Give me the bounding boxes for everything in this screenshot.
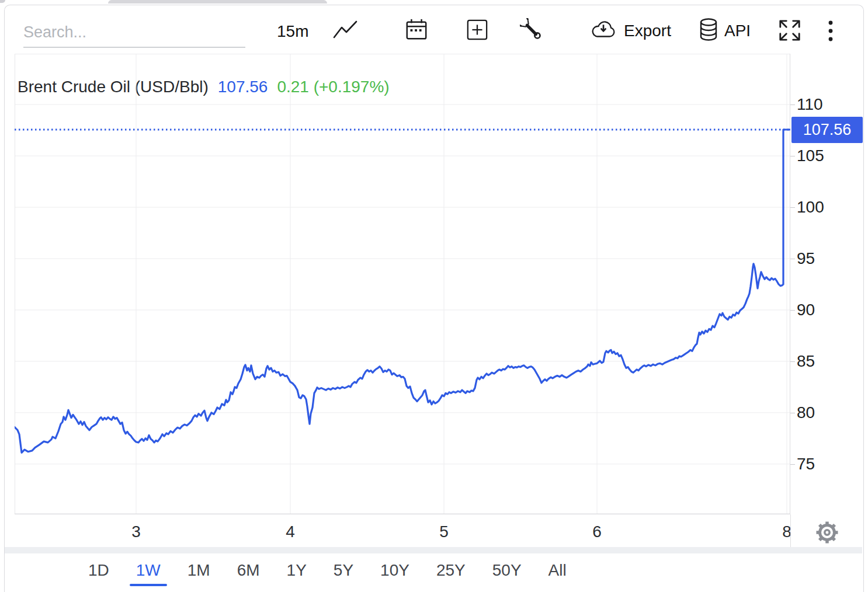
y-axis-tick xyxy=(790,361,795,362)
y-axis-tick xyxy=(790,310,795,311)
range-tab-25y[interactable]: 25Y xyxy=(423,555,479,586)
tools-button[interactable] xyxy=(520,18,542,43)
y-axis-label: 85 xyxy=(797,352,843,371)
x-axis-label: 4 xyxy=(279,523,302,541)
browser-tab-sliver xyxy=(108,0,327,4)
plus-square-icon xyxy=(466,19,488,43)
line-chart-icon xyxy=(331,19,360,44)
y-axis-label: 75 xyxy=(797,455,843,473)
settings-gear-button[interactable] xyxy=(814,520,840,545)
fullscreen-icon xyxy=(778,19,801,44)
footer-divider xyxy=(5,547,862,553)
range-selector: 1D1W1M6M1Y5Y10Y25Y50YAll xyxy=(75,555,580,586)
range-tab-6m[interactable]: 6M xyxy=(224,555,273,586)
export-label: Export xyxy=(624,22,671,40)
interval-label: 15m xyxy=(277,22,308,41)
compare-add-button[interactable] xyxy=(466,19,488,43)
more-menu-button[interactable] xyxy=(827,19,834,46)
y-axis-label: 105 xyxy=(797,147,843,165)
fullscreen-button[interactable] xyxy=(778,19,801,44)
chart-plot[interactable] xyxy=(15,54,790,514)
y-axis-tick xyxy=(790,105,795,105)
browser-tab-corner xyxy=(0,0,5,3)
y-axis-label: 95 xyxy=(797,249,843,268)
range-tab-1w[interactable]: 1W xyxy=(123,555,174,586)
range-tab-1m[interactable]: 1M xyxy=(174,555,224,586)
api-button[interactable]: API xyxy=(699,18,751,44)
y-axis-tick xyxy=(790,464,795,465)
kebab-icon xyxy=(827,19,834,46)
range-tab-1d[interactable]: 1D xyxy=(75,555,123,586)
wrench-icon xyxy=(520,18,542,43)
range-tab-10y[interactable]: 10Y xyxy=(367,555,423,586)
api-label: API xyxy=(724,22,751,40)
search-input[interactable] xyxy=(23,18,245,47)
y-axis-label: 100 xyxy=(797,198,843,217)
current-price-tag: 107.56 xyxy=(791,117,863,143)
export-button[interactable]: Export xyxy=(590,19,671,43)
range-tab-1y[interactable]: 1Y xyxy=(273,555,320,586)
date-range-button[interactable] xyxy=(404,18,429,44)
calendar-icon xyxy=(404,18,429,44)
axis-extension-line xyxy=(790,514,791,547)
range-tab-5y[interactable]: 5Y xyxy=(320,555,367,586)
y-axis-tick xyxy=(790,156,795,156)
y-axis-tick xyxy=(790,413,795,413)
chart-style-button[interactable] xyxy=(331,19,360,44)
x-axis-label: 3 xyxy=(124,523,148,541)
y-axis-label: 110 xyxy=(797,95,843,114)
y-axis-label: 90 xyxy=(797,301,843,319)
x-axis-label: 8 xyxy=(775,523,798,541)
interval-button[interactable]: 15m xyxy=(277,20,308,43)
current-price-value: 107.56 xyxy=(803,121,852,139)
gear-icon xyxy=(814,537,840,547)
x-axis-label: 5 xyxy=(432,523,456,541)
y-axis-tick xyxy=(790,207,795,208)
range-tab-50y[interactable]: 50Y xyxy=(479,555,535,586)
chart-app: 15m xyxy=(0,0,868,592)
database-icon xyxy=(699,18,718,44)
y-axis-tick xyxy=(790,259,795,259)
search-field-wrap xyxy=(23,18,245,48)
x-axis-label: 6 xyxy=(585,523,609,541)
y-axis-label: 80 xyxy=(797,403,843,422)
cloud-download-icon xyxy=(590,19,618,43)
chart-toolbar: 15m xyxy=(0,5,868,54)
range-tab-all[interactable]: All xyxy=(535,555,580,586)
